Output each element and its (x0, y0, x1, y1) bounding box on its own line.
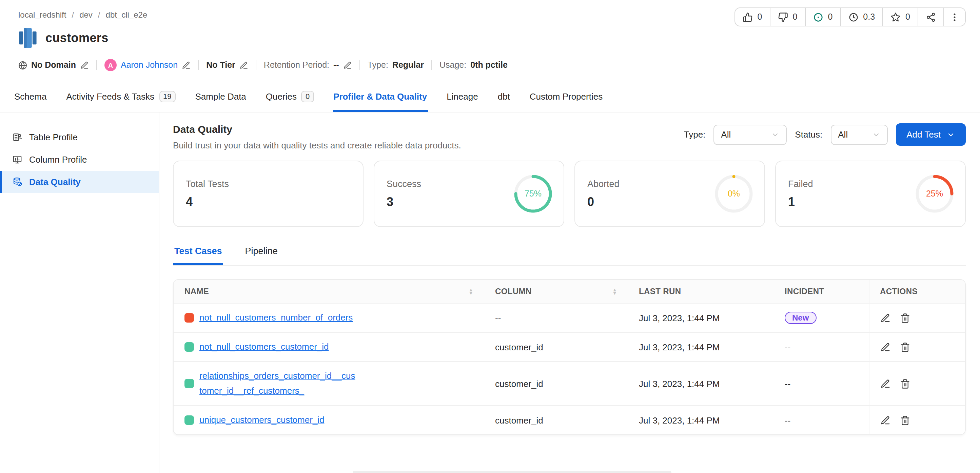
test-case-link[interactable]: not_null_customers_customer_id (199, 340, 329, 354)
sidebar-item-data-quality[interactable]: Data Quality (0, 171, 159, 193)
delete-icon[interactable] (900, 378, 910, 389)
share-button[interactable] (918, 8, 944, 26)
incident-badge-new[interactable]: New (785, 312, 816, 324)
edit-icon[interactable] (880, 342, 890, 352)
card-label: Total Tests (186, 179, 363, 189)
thumbs-up-icon (743, 12, 753, 22)
tab-activity-feeds[interactable]: Activity Feeds & Tasks19 (65, 86, 176, 112)
meta-divider (198, 60, 199, 70)
breadcrumb-database[interactable]: dev (80, 10, 92, 19)
edit-icon[interactable] (880, 415, 890, 425)
edit-retention-icon[interactable] (343, 61, 352, 70)
redshift-icon (18, 27, 37, 49)
domain-meta: No Domain (18, 60, 89, 70)
sidebar-item-label: Data Quality (29, 177, 81, 187)
add-test-button[interactable]: Add Test (896, 123, 966, 146)
edit-tier-icon[interactable] (239, 61, 248, 70)
horizontal-scrollbar[interactable] (353, 471, 671, 473)
usage-label: Usage: (439, 60, 466, 70)
table-row: relationships_orders_customer_id__custom… (173, 362, 965, 406)
usage-meta: Usage: 0th pctile (439, 60, 508, 70)
sort-icon[interactable]: ▲▼ (469, 288, 473, 295)
kebab-menu-icon (950, 12, 960, 22)
test-case-link[interactable]: unique_customers_customer_id (199, 413, 325, 428)
breadcrumb-schema[interactable]: dbt_cli_e2e (106, 10, 148, 19)
tab-custom-properties[interactable]: Custom Properties (529, 86, 603, 112)
open-tasks-button[interactable]: 0 (805, 8, 841, 26)
tab-dbt[interactable]: dbt (497, 86, 511, 112)
status-filter-select[interactable]: All (830, 124, 888, 145)
success-card: Success 3 75% (374, 160, 564, 227)
star-button[interactable]: 0 (883, 8, 918, 26)
last-run-cell: Jul 3, 2023, 1:44 PM (628, 332, 774, 362)
delete-icon[interactable] (900, 313, 910, 323)
type-filter-select[interactable]: All (713, 124, 787, 145)
tab-queries[interactable]: Queries0 (265, 86, 314, 112)
total-tests-card: Total Tests 4 (173, 160, 364, 227)
tab-pipeline[interactable]: Pipeline (244, 242, 279, 265)
incident-cell: -- (774, 362, 869, 406)
retention-value: -- (333, 60, 339, 70)
panel-description: Build trust in your data with quality te… (173, 140, 461, 151)
column-cell: customer_id (484, 332, 628, 362)
usage-value: 0th pctile (470, 60, 508, 70)
globe-icon (18, 61, 27, 70)
breadcrumb-separator: / (72, 10, 74, 19)
type-filter-value: All (721, 129, 731, 140)
downvote-count: 0 (793, 12, 797, 22)
sidebar-item-column-profile[interactable]: Column Profile (0, 148, 159, 171)
chevron-down-icon (947, 130, 955, 138)
column-header-last-run: LAST RUN (628, 280, 774, 303)
tab-schema[interactable]: Schema (14, 86, 47, 112)
downvote-button[interactable]: 0 (770, 8, 806, 26)
type-value: Regular (392, 60, 424, 70)
status-indicator-success (185, 379, 194, 388)
entity-meta-row: No Domain A Aaron Johnson No Tier (18, 58, 966, 72)
incident-cell: New (774, 303, 869, 332)
failed-card: Failed 1 25% (775, 160, 966, 227)
test-cases-table: NAME ▲▼ COLUMN ▲▼ LAST RUN INCIDENT ACTI… (173, 279, 966, 435)
meta-divider (256, 60, 256, 70)
tab-lineage[interactable]: Lineage (446, 86, 479, 112)
chevron-down-icon (771, 130, 779, 138)
tab-test-cases[interactable]: Test Cases (173, 242, 223, 265)
delete-icon[interactable] (900, 415, 910, 425)
sidebar-item-table-profile[interactable]: Table Profile (0, 126, 159, 148)
card-value: 4 (186, 195, 363, 209)
tab-sample-data[interactable]: Sample Data (195, 86, 247, 112)
breadcrumb-service[interactable]: local_redshift (18, 10, 66, 19)
edit-owner-icon[interactable] (182, 61, 191, 70)
incident-cell: -- (774, 406, 869, 434)
sidebar-item-label: Column Profile (29, 154, 87, 165)
main-area: Table Profile Column Profile Data Qualit… (0, 113, 980, 473)
retention-label: Retention Period: (264, 60, 329, 70)
version-number: 0.3 (863, 12, 875, 22)
entity-header: local_redshift / dev / dbt_cli_e2e 0 0 (0, 0, 980, 72)
edit-icon[interactable] (880, 378, 890, 389)
activity-count-badge: 19 (159, 91, 176, 102)
entity-tab-bar: Schema Activity Feeds & Tasks19 Sample D… (0, 86, 980, 113)
upvote-button[interactable]: 0 (735, 8, 770, 26)
task-circle-icon (813, 12, 823, 22)
edit-domain-icon[interactable] (80, 61, 89, 70)
owner-link[interactable]: Aaron Johnson (121, 60, 178, 70)
retention-meta: Retention Period: -- (264, 60, 352, 70)
column-header-column[interactable]: COLUMN ▲▼ (484, 280, 628, 303)
more-options-button[interactable] (944, 8, 965, 26)
type-label: Type: (368, 60, 388, 70)
sort-icon[interactable]: ▲▼ (612, 288, 617, 295)
version-history-button[interactable]: 0.3 (841, 8, 883, 26)
thumbs-down-icon (778, 12, 788, 22)
test-tabs: Test Cases Pipeline (173, 242, 966, 266)
app-window: local_redshift / dev / dbt_cli_e2e 0 0 (0, 0, 980, 473)
task-count: 0 (828, 12, 832, 22)
upvote-count: 0 (757, 12, 762, 22)
test-case-link[interactable]: relationships_orders_customer_id__custom… (199, 369, 357, 398)
column-header-name[interactable]: NAME ▲▼ (173, 280, 484, 303)
entity-toolbar: 0 0 0 0.3 (735, 8, 966, 27)
delete-icon[interactable] (900, 342, 910, 352)
test-case-link[interactable]: not_null_customers_number_of_orders (199, 310, 353, 325)
edit-icon[interactable] (880, 313, 890, 323)
column-cell: customer_id (484, 406, 628, 434)
tab-profiler-data-quality[interactable]: Profiler & Data Quality (332, 86, 428, 112)
